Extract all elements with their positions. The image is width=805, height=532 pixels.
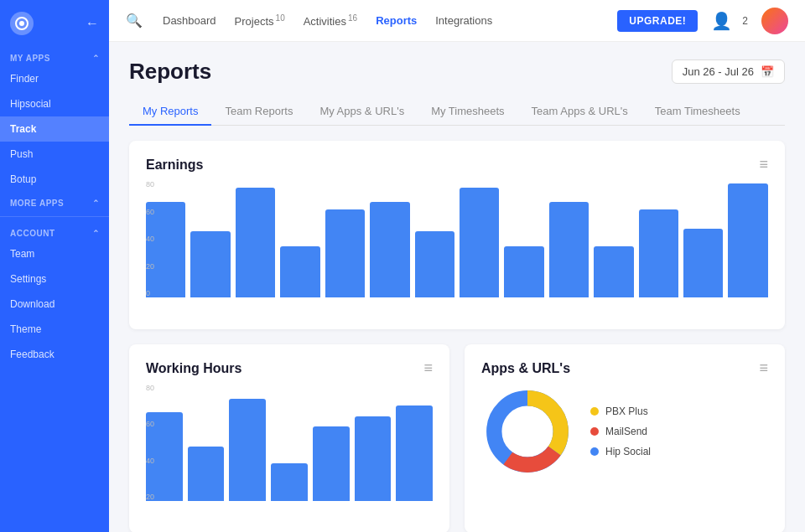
bar-item [325,209,365,297]
bar-item [549,202,589,297]
svg-point-5 [510,414,546,450]
tab-my-apps-urls[interactable]: My Apps & URL's [306,98,418,126]
bar-item [229,399,266,501]
sidebar-item-settings[interactable]: Settings [0,266,109,292]
sidebar-item-team[interactable]: Team [0,241,109,266]
tab-my-reports[interactable]: My Reports [129,98,211,126]
apps-urls-menu-icon[interactable]: ≡ [759,359,768,377]
working-hours-chart: 80604020 [146,384,433,518]
bar-item [460,188,499,297]
apps-urls-card: Apps & URL's ≡ [465,344,785,532]
sidebar-logo-area: ← [0,0,109,47]
tab-team-timesheets[interactable]: Team Timesheets [641,98,754,126]
sidebar-item-finder[interactable]: Finder [0,66,109,91]
working-hours-title: Working Hours [146,361,242,376]
earnings-card-header: Earnings ≡ [146,156,768,173]
bar-item [728,183,767,298]
main-area: 🔍 Dashboard Projects10 Activities16 Repo… [109,0,805,532]
nav-projects[interactable]: Projects10 [228,10,292,31]
legend-hipsocial: Hip Social [590,446,651,457]
svg-point-1 [19,21,24,26]
bar-item [188,447,225,501]
donut-section: PBX Plus MailSend Hip Social [481,385,768,478]
donut-chart [481,385,574,478]
earnings-bars [146,180,768,297]
tab-team-reports[interactable]: Team Reports [211,98,306,126]
sidebar-item-theme[interactable]: Theme [0,317,109,342]
bar-item [271,463,308,502]
apps-legend: PBX Plus MailSend Hip Social [590,405,651,457]
bar-item [370,202,409,297]
nav-reports[interactable]: Reports [369,11,423,30]
upgrade-button[interactable]: UPGRADE! [617,10,698,32]
calendar-icon: 📅 [761,65,774,78]
legend-dot-pbx [590,407,599,416]
bar-item [415,231,454,297]
legend-label-hipsocial: Hip Social [605,446,651,457]
sidebar-item-download[interactable]: Download [0,292,109,317]
user-icon[interactable]: 👤 [711,11,732,31]
sidebar-item-track[interactable]: Track [0,116,109,142]
donut-svg [481,385,574,478]
sidebar: ← MY APPS ⌃ Finder Hipsocial Track Push … [0,0,109,532]
back-icon[interactable]: ← [86,16,99,31]
legend-label-pbx: PBX Plus [605,405,648,417]
working-hours-menu-icon[interactable]: ≡ [423,359,433,377]
account-section: ACCOUNT ⌃ [0,222,109,241]
report-tabs: My Reports Team Reports My Apps & URL's … [129,98,785,126]
sidebar-item-push[interactable]: Push [0,142,109,167]
earnings-card: Earnings ≡ 806040200 [129,141,785,329]
sidebar-item-botup[interactable]: Botup [0,167,109,192]
working-hours-bars [146,384,433,501]
bar-item [313,426,350,501]
bar-item [639,209,678,297]
app-logo[interactable] [10,12,34,35]
earnings-y-axis: 806040200 [146,180,166,297]
date-range-button[interactable]: Jun 26 - Jul 26 📅 [672,59,785,84]
bar-item [236,188,275,297]
page-header: Reports Jun 26 - Jul 26 📅 [129,59,785,85]
bar-item [504,246,543,297]
bar-item [355,416,392,501]
apps-urls-card-header: Apps & URL's ≡ [481,359,768,377]
bar-item [396,405,433,501]
earnings-menu-icon[interactable]: ≡ [759,156,768,173]
more-apps-section: MORE APPS ⌃ [0,192,109,211]
sidebar-divider [0,216,109,217]
working-hours-card-header: Working Hours ≡ [146,359,433,377]
content-area: Reports Jun 26 - Jul 26 📅 My Reports Tea… [109,42,805,532]
bottom-row: Working Hours ≡ 80604020 [129,344,785,532]
apps-urls-title: Apps & URL's [481,361,570,376]
legend-dot-mailsend [590,427,599,436]
sidebar-item-hipsocial[interactable]: Hipsocial [0,91,109,116]
nav-integrations[interactable]: Integrations [428,11,499,30]
page-title: Reports [129,59,211,85]
user-count: 2 [742,15,748,27]
bar-item [280,246,319,297]
sidebar-item-feedback[interactable]: Feedback [0,342,109,367]
my-apps-section: MY APPS ⌃ [0,47,109,66]
search-icon[interactable]: 🔍 [126,13,143,28]
legend-dot-hipsocial [590,447,599,456]
legend-label-mailsend: MailSend [605,426,647,437]
nav-activities[interactable]: Activities16 [297,10,364,31]
working-hours-y-axis: 80604020 [146,384,166,501]
earnings-chart: 806040200 [146,180,768,314]
topnav: 🔍 Dashboard Projects10 Activities16 Repo… [109,0,805,42]
working-hours-card: Working Hours ≡ 80604020 [129,344,449,532]
avatar[interactable] [761,8,788,34]
legend-pbx: PBX Plus [590,405,651,417]
earnings-title: Earnings [146,158,203,173]
bar-item [683,229,723,297]
date-range-label: Jun 26 - Jul 26 [683,65,754,78]
bar-item [190,231,230,297]
tab-my-timesheets[interactable]: My Timesheets [418,98,517,126]
bar-item [594,246,633,297]
tab-team-apps-urls[interactable]: Team Apps & URL's [518,98,641,126]
nav-dashboard[interactable]: Dashboard [156,11,223,30]
legend-mailsend: MailSend [590,426,651,437]
